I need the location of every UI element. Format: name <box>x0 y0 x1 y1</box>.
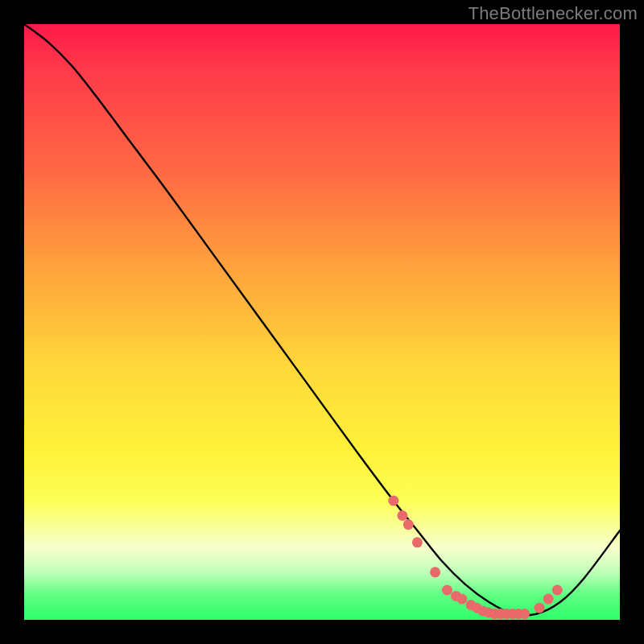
marker-dot <box>535 603 545 613</box>
chart-frame: TheBottlenecker.com <box>0 0 644 644</box>
marker-dot <box>430 567 440 577</box>
marker-dot <box>388 496 398 506</box>
bottleneck-curve <box>24 24 620 615</box>
marker-dot <box>552 585 563 596</box>
plot-area <box>24 24 620 620</box>
marker-dot <box>442 585 452 596</box>
marker-dot <box>519 609 530 619</box>
curve-layer <box>24 24 620 620</box>
attribution-text: TheBottlenecker.com <box>469 3 638 24</box>
marker-dot <box>456 594 467 605</box>
marker-dots <box>388 496 563 620</box>
marker-dot <box>403 519 414 530</box>
marker-dot <box>397 510 407 521</box>
marker-dot <box>412 537 423 547</box>
marker-dot <box>543 594 554 605</box>
